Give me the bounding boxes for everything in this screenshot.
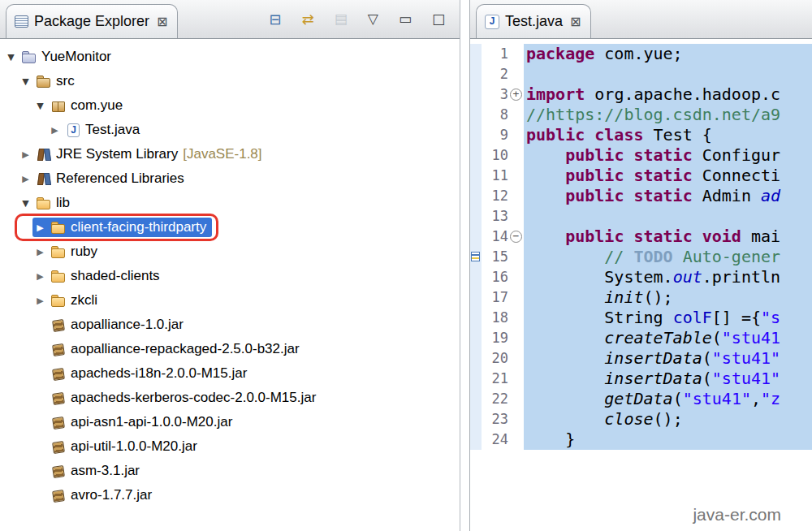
expand-arrow-icon[interactable]: ▶	[34, 247, 46, 257]
code-line[interactable]: 16 System.out.println	[470, 267, 812, 287]
annotation-ruler-cell	[470, 125, 482, 145]
tree-item-content[interactable]: apacheds-i18n-2.0.0-M15.jar	[32, 364, 253, 383]
code-line[interactable]: 22 getData("stu41","z	[470, 389, 812, 409]
tree-item-content[interactable]: ▶ Referenced Libraries	[18, 169, 190, 188]
code-text: public static Admin ad	[524, 186, 812, 206]
code-line[interactable]: 8 //https://blog.csdn.net/a9	[470, 105, 812, 125]
focus-task-icon: ▤	[335, 12, 348, 26]
tree-item-label: Test.java	[85, 122, 140, 138]
code-line[interactable]: 1 package com.yue;	[470, 44, 812, 64]
tree-item-label: zkcli	[71, 292, 97, 309]
tree-item-content[interactable]: ▶ JRE System Library [JavaSE-1.8]	[18, 145, 268, 164]
expand-arrow-icon[interactable]: ▼	[34, 101, 46, 111]
tree-item-icon	[37, 148, 51, 162]
tree-item[interactable]: ▼ lib	[0, 191, 460, 215]
code-text: close();	[524, 409, 812, 430]
tree-item-content[interactable]: aopalliance-1.0.jar	[32, 315, 189, 335]
tree-item-content[interactable]: api-asn1-api-1.0.0-M20.jar	[32, 412, 238, 432]
code-line[interactable]: 14 − public static void mai	[470, 227, 812, 247]
annotation-ruler-cell	[470, 308, 482, 328]
tree-item-content[interactable]: ▶ client-facing-thirdparty	[32, 218, 212, 237]
tree-item[interactable]: asm-3.1.jar	[0, 459, 460, 483]
tree-item[interactable]: ▶ ruby	[0, 240, 460, 264]
code-editor[interactable]: 1 package com.yue; 2 3 + import org.apac…	[470, 39, 812, 531]
code-line[interactable]: 19 createTable("stu41	[470, 328, 812, 348]
tree-item-icon	[51, 221, 66, 235]
collapse-all-icon[interactable]: ⊟	[270, 12, 282, 27]
tree-item[interactable]: avro-1.7.7.jar	[0, 483, 460, 507]
tree-item[interactable]: ▶ Referenced Libraries	[0, 166, 460, 191]
tree-item-content[interactable]: ▼ YueMonitor	[3, 47, 117, 67]
tree-item-content[interactable]: aopalliance-repackaged-2.5.0-b32.jar	[32, 339, 305, 359]
code-line[interactable]: 2	[470, 64, 812, 84]
expand-arrow-icon[interactable]: ▶	[34, 222, 46, 233]
tree-item[interactable]: ▶ client-facing-thirdparty	[0, 215, 460, 240]
tree-item-icon	[51, 489, 66, 503]
tree-item-content[interactable]: ▶ ruby	[32, 242, 103, 261]
tree-item-content[interactable]: asm-3.1.jar	[32, 461, 145, 481]
close-icon[interactable]: ⊠	[570, 14, 581, 29]
code-line[interactable]: 9 public class Test {	[470, 125, 812, 145]
tree-item-content[interactable]: ▼ src	[18, 71, 80, 91]
view-menu-icon[interactable]: ▽	[368, 12, 378, 26]
tree-item[interactable]: ▶ zkcli	[0, 288, 460, 313]
code-line[interactable]: 13	[470, 206, 812, 227]
tree-item[interactable]: aopalliance-repackaged-2.5.0-b32.jar	[0, 337, 460, 361]
tree-item[interactable]: ▼ YueMonitor	[0, 45, 460, 69]
tree-item[interactable]: ▶ JRE System Library [JavaSE-1.8]	[0, 142, 460, 166]
code-line[interactable]: 21 insertData("stu41"	[470, 369, 812, 389]
fold-cell	[508, 125, 524, 145]
code-line[interactable]: 3 + import org.apache.hadoop.c	[470, 84, 812, 105]
tree-item-content[interactable]: ▼ com.yue	[32, 96, 128, 115]
tree-item[interactable]: api-asn1-api-1.0.0-M20.jar	[0, 410, 460, 434]
fold-cell	[508, 186, 524, 206]
expand-arrow-icon[interactable]: ▼	[19, 198, 32, 209]
tree-item[interactable]: ▼ src	[0, 69, 460, 93]
code-text: String colF[] ={"s	[524, 308, 812, 328]
annotation-ruler-cell	[470, 44, 482, 64]
tree-item[interactable]: apacheds-kerberos-codec-2.0.0-M15.jar	[0, 386, 460, 410]
tree-item-content[interactable]: ▼ lib	[18, 193, 76, 213]
code-line[interactable]: 23 close();	[470, 409, 812, 430]
expand-arrow-icon[interactable]: ▶	[19, 149, 32, 160]
fold-marker-icon[interactable]: −	[510, 231, 522, 243]
close-icon[interactable]: ⊠	[157, 14, 167, 29]
expand-arrow-icon[interactable]: ▶	[19, 174, 32, 184]
tree-item-icon	[51, 367, 66, 381]
expand-arrow-icon[interactable]: ▶	[34, 271, 46, 282]
tree-item-content[interactable]: ▶ Test.java	[47, 120, 145, 140]
tab-package-explorer[interactable]: Package Explorer ⊠	[6, 4, 178, 38]
tree-item[interactable]: aopalliance-1.0.jar	[0, 313, 460, 337]
tree-item[interactable]: ▶ Test.java	[0, 118, 460, 142]
tree-item-content[interactable]: ▶ zkcli	[32, 291, 103, 310]
code-line[interactable]: 18 String colF[] ={"s	[470, 308, 812, 328]
expand-arrow-icon[interactable]: ▶	[49, 125, 61, 136]
expand-arrow-icon[interactable]: ▼	[5, 52, 17, 63]
annotation-ruler-cell	[470, 227, 482, 247]
tree-item-content[interactable]: avro-1.7.7.jar	[32, 486, 158, 505]
tree-item-icon	[51, 294, 66, 308]
tree-item[interactable]: ▼ com.yue	[0, 93, 460, 118]
expand-arrow-icon[interactable]: ▼	[19, 76, 32, 87]
code-line[interactable]: 24 }	[470, 430, 812, 450]
tree-item[interactable]: apacheds-i18n-2.0.0-M15.jar	[0, 361, 460, 386]
fold-cell	[508, 247, 524, 267]
code-line[interactable]: 17 init();	[470, 287, 812, 308]
tree-item-content[interactable]: ▶ shaded-clients	[32, 266, 166, 286]
code-line[interactable]: 15 // TODO Auto-gener	[470, 247, 812, 267]
maximize-icon[interactable]: □	[432, 12, 445, 26]
tree-item-content[interactable]: api-util-1.0.0-M20.jar	[32, 437, 203, 456]
code-line[interactable]: 12 public static Admin ad	[470, 186, 812, 206]
code-line[interactable]: 11 public static Connecti	[470, 166, 812, 186]
code-line[interactable]: 20 insertData("stu41"	[470, 348, 812, 369]
code-line[interactable]: 10 public static Configur	[470, 145, 812, 166]
tree-item-content[interactable]: apacheds-kerberos-codec-2.0.0-M15.jar	[32, 388, 322, 408]
expand-arrow-icon[interactable]: ▶	[34, 296, 46, 306]
tree-item[interactable]: ▶ shaded-clients	[0, 264, 460, 288]
minimize-icon[interactable]: ▭	[399, 12, 412, 26]
line-number: 3	[482, 84, 508, 105]
link-with-editor-icon[interactable]: ⇄	[302, 12, 314, 27]
tab-test-java[interactable]: J Test.java ⊠	[476, 4, 591, 38]
fold-marker-icon[interactable]: +	[510, 88, 522, 101]
tree-item[interactable]: api-util-1.0.0-M20.jar	[0, 434, 460, 459]
